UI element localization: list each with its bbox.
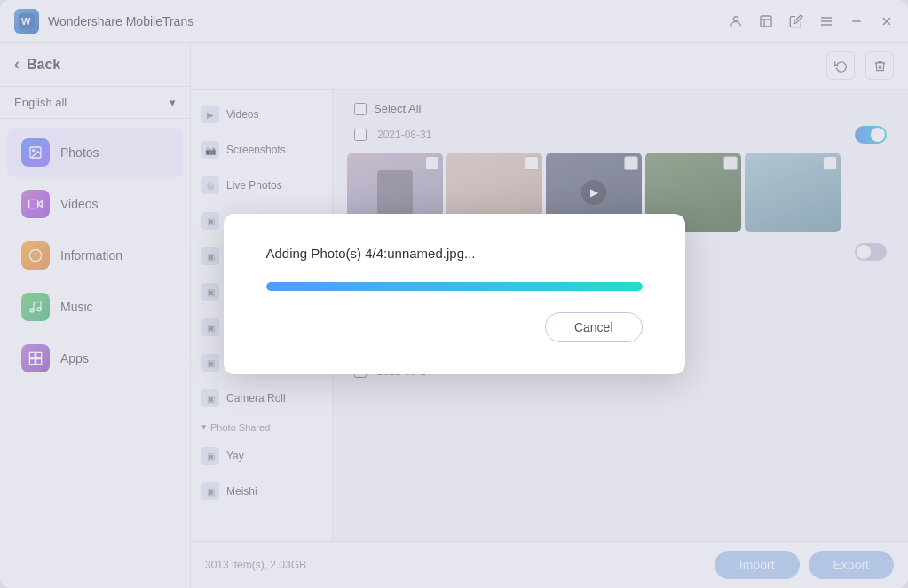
progress-bar-fill bbox=[266, 282, 643, 291]
app-window: W Wondershare MobileTrans bbox=[0, 0, 908, 588]
progress-modal: Adding Photo(s) 4/4:unnamed.jpg... Cance… bbox=[224, 214, 685, 374]
modal-message: Adding Photo(s) 4/4:unnamed.jpg... bbox=[266, 246, 476, 261]
progress-bar-background bbox=[266, 282, 643, 291]
modal-overlay: Adding Photo(s) 4/4:unnamed.jpg... Cance… bbox=[0, 0, 908, 588]
modal-footer: Cancel bbox=[266, 312, 643, 342]
cancel-button[interactable]: Cancel bbox=[545, 312, 643, 342]
